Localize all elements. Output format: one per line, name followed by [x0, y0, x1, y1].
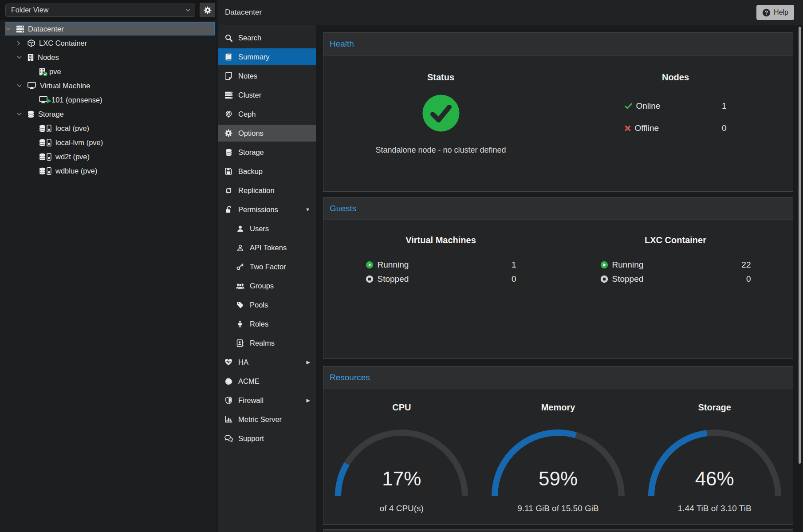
- question-circle-icon: ?: [762, 8, 771, 17]
- stat-row-stopped: Stopped0: [600, 272, 751, 286]
- nav-item-label: Users: [250, 225, 269, 233]
- summary-content: Health Status Standalone node - no clust…: [316, 26, 803, 532]
- gauge-title: CPU: [323, 402, 480, 413]
- nav-item-label: Pools: [250, 301, 268, 309]
- nav-item-label: HA: [238, 358, 248, 366]
- tree-item-label: Datacenter: [28, 25, 64, 33]
- tree-item-label: 101 (opnsense): [51, 96, 102, 104]
- tree-item-storage[interactable]: Storage: [0, 107, 216, 121]
- tree-item-101-opnsense[interactable]: 101 (opnsense): [0, 93, 216, 106]
- tree-item-label: LXC Container: [39, 39, 87, 47]
- tree-item-pve[interactable]: pve: [0, 65, 216, 78]
- nav-item-roles[interactable]: Roles: [218, 315, 316, 332]
- tree-item-local-lvm-pve[interactable]: local-lvm (pve): [0, 136, 216, 149]
- stat-label: Running: [612, 260, 644, 270]
- stop-icon: [366, 275, 374, 283]
- gauge-storage: Storage46%1.44 TiB of 3.10 TiB: [636, 389, 793, 513]
- server-icon: [16, 25, 24, 33]
- tree-item-wd2t-pve[interactable]: wd2t (pve): [0, 150, 216, 163]
- user-icon: [234, 225, 246, 232]
- search-icon: [223, 34, 234, 42]
- user-outline-icon: [234, 244, 246, 251]
- expander-right-icon[interactable]: [17, 41, 28, 46]
- tree-item-wdblue-pve[interactable]: wdblue (pve): [0, 164, 216, 177]
- tree-item-datacenter[interactable]: Datacenter: [5, 22, 215, 35]
- nav-item-metric-server[interactable]: Metric Server: [218, 411, 316, 428]
- nav-item-label: Options: [238, 129, 264, 138]
- resource-tree: DatacenterLXC ContainerNodespveVirtual M…: [0, 20, 216, 177]
- guests-table: Running1Stopped0: [366, 258, 516, 286]
- nav-item-notes[interactable]: Notes: [218, 67, 316, 84]
- health-nodes-column: Nodes Online1Offline0: [558, 55, 793, 155]
- database-drive-icon: [39, 139, 51, 146]
- gauge-percent-value: 17%: [335, 468, 468, 490]
- nav-item-storage[interactable]: Storage: [218, 144, 316, 161]
- stat-label: Stopped: [378, 274, 409, 284]
- nav-item-firewall[interactable]: Firewall▶: [218, 392, 316, 409]
- help-button-label: Help: [774, 8, 788, 16]
- shield-icon: [223, 397, 234, 404]
- nav-item-realms[interactable]: Realms: [218, 335, 316, 351]
- resource-tree-panel: Folder View DatacenterLXC ContainerNodes…: [0, 0, 216, 532]
- nav-item-label: Two Factor: [250, 263, 286, 271]
- tree-item-virtual-machine[interactable]: Virtual Machine: [0, 79, 216, 92]
- gauge-sub-label: 1.44 TiB of 3.10 TiB: [636, 504, 793, 513]
- stat-row-stopped: Stopped0: [366, 272, 516, 286]
- heartbeat-icon: [223, 359, 234, 366]
- nodes-table: Online1Offline0: [625, 95, 727, 139]
- expander-down-icon[interactable]: [17, 112, 28, 116]
- tree-item-label: Nodes: [38, 53, 59, 62]
- tree-item-lxc-container[interactable]: LXC Container: [0, 36, 216, 50]
- resources-panel: Resources CPU17%of 4 CPU(s)Memory59%9.11…: [323, 366, 793, 525]
- nav-item-label: Search: [238, 34, 261, 42]
- nav-item-options[interactable]: Options: [218, 125, 316, 142]
- stop-icon: [600, 275, 608, 283]
- svg-text:?: ?: [765, 9, 768, 16]
- nav-item-acme[interactable]: ACME: [218, 373, 316, 390]
- database-drive-icon: [39, 153, 51, 161]
- nav-item-label: Replication: [238, 186, 275, 195]
- nav-item-ceph[interactable]: Ceph: [218, 106, 316, 122]
- stat-value: 1: [512, 260, 516, 270]
- stat-row-offline: Offline0: [625, 117, 727, 139]
- tree-item-local-pve[interactable]: local (pve): [0, 122, 216, 135]
- chat-icon: [223, 435, 234, 442]
- expander-down-icon[interactable]: [17, 84, 28, 87]
- tree-item-nodes[interactable]: Nodes: [0, 51, 216, 64]
- nav-item-label: Storage: [238, 148, 264, 157]
- tree-item-label: wd2t (pve): [55, 153, 90, 161]
- server-icon: [223, 91, 234, 99]
- nav-item-cluster[interactable]: Cluster: [218, 87, 316, 103]
- floppy-icon: [223, 168, 234, 175]
- nav-item-api-tokens[interactable]: API Tokens: [218, 239, 316, 256]
- nav-item-users[interactable]: Users: [218, 220, 316, 237]
- datacenter-nav: SearchSummaryNotesClusterCephOptionsStor…: [218, 25, 316, 532]
- replication-icon: [223, 187, 234, 194]
- nav-item-summary[interactable]: Summary: [218, 48, 316, 65]
- guests-panel: Guests Virtual MachinesRunning1Stopped0L…: [323, 197, 793, 359]
- guests-panel-header: Guests: [323, 197, 793, 220]
- nav-item-support[interactable]: Support: [218, 430, 316, 447]
- caret-down-icon: ▼: [305, 207, 312, 212]
- tree-settings-button[interactable]: [200, 3, 215, 17]
- view-mode-select[interactable]: Folder View: [5, 4, 195, 17]
- nav-item-groups[interactable]: Groups: [218, 277, 316, 294]
- gauge-sub-label: of 4 CPU(s): [323, 504, 480, 513]
- stat-value: 0: [512, 274, 516, 284]
- vertical-scrollbar[interactable]: [799, 27, 801, 464]
- nav-item-label: Permissions: [238, 205, 278, 214]
- nav-item-two-factor[interactable]: Two Factor: [218, 258, 316, 275]
- nav-item-permissions[interactable]: Permissions▼: [218, 201, 316, 218]
- content-header: Datacenter ? Help: [218, 0, 803, 25]
- nav-item-pools[interactable]: Pools: [218, 296, 316, 313]
- tree-item-label: local-lvm (pve): [55, 138, 103, 147]
- nav-item-ha[interactable]: HA▶: [218, 354, 316, 370]
- nav-item-search[interactable]: Search: [218, 29, 316, 46]
- expander-down-icon[interactable]: [17, 55, 28, 59]
- nav-item-replication[interactable]: Replication: [218, 182, 316, 199]
- expander-down-icon[interactable]: [6, 27, 16, 31]
- stat-value: 1: [722, 101, 727, 111]
- help-button[interactable]: ? Help: [756, 5, 794, 20]
- nav-item-backup[interactable]: Backup: [218, 163, 316, 180]
- note-icon: [223, 72, 234, 80]
